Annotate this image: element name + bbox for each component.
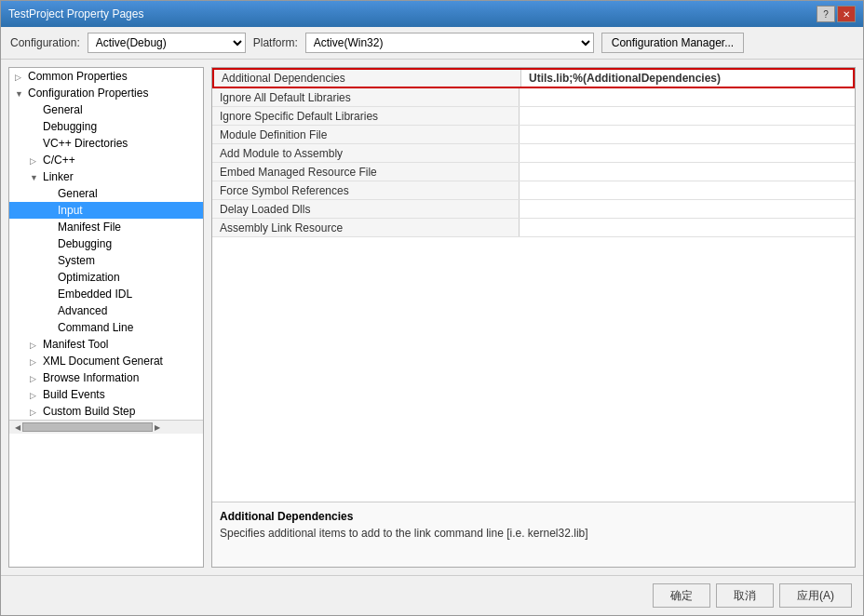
tree-item-linker-debugging[interactable]: Debugging [9,235,203,252]
prop-value [520,144,855,162]
platform-select[interactable]: Active(Win32) [305,33,594,53]
scroll-right-icon[interactable]: ▶ [153,423,162,432]
tree-expander-icon: ▼ [15,89,28,99]
tree-item-browse-info[interactable]: ▷Browse Information [9,369,203,386]
tree-item-linker-embedded-idl[interactable]: Embedded IDL [9,286,203,302]
main-content: ▷Common Properties▼Configuration Propert… [1,60,863,575]
tree-item-label: Optimization [58,271,120,284]
prop-row[interactable]: Additional DependenciesUtils.lib;%(Addit… [212,68,855,88]
tree-item-label: Input [58,204,83,217]
platform-label: Platform: [253,36,298,49]
tree-expander-icon: ▷ [30,156,43,166]
help-button[interactable]: ? [817,6,835,22]
tree-item-common-props[interactable]: ▷Common Properties [9,68,203,85]
prop-row[interactable]: Ignore Specific Default Libraries [212,107,855,126]
tree-item-linker-cmdline[interactable]: Command Line [9,319,203,336]
scrollbar-area: ◀ ▶ [9,420,203,434]
left-panel: ▷Common Properties▼Configuration Propert… [8,67,204,568]
prop-value [520,219,855,236]
right-panel: Additional DependenciesUtils.lib;%(Addit… [211,67,856,568]
description-title: Additional Dependencies [220,510,847,523]
description-text: Specifies additional items to add to the… [220,527,847,540]
tree-item-label: Command Line [58,321,133,334]
tree-item-debugging[interactable]: Debugging [9,118,203,135]
prop-row[interactable]: Ignore All Default Libraries [212,88,855,107]
tree-item-linker-system[interactable]: System [9,252,203,269]
prop-name: Add Module to Assembly [212,144,520,162]
prop-row[interactable]: Embed Managed Resource File [212,163,855,181]
title-bar: TestProject Property Pages ? ✕ [1,1,863,27]
tree-item-xml-doc[interactable]: ▷XML Document Generat [9,353,203,369]
tree-item-label: VC++ Directories [43,137,128,150]
prop-row[interactable]: Module Definition File [212,126,855,144]
close-button[interactable]: ✕ [837,6,856,22]
ok-button[interactable]: 确定 [653,583,710,608]
prop-value [520,126,855,143]
prop-name: Additional Dependencies [214,70,521,87]
tree-item-linker-manifest[interactable]: Manifest File [9,219,203,235]
tree-expander-icon: ▷ [30,374,43,383]
tree-item-build-events[interactable]: ▷Build Events [9,386,203,403]
tree-expander-icon: ▷ [30,357,43,367]
dialog: TestProject Property Pages ? ✕ Configura… [0,0,864,616]
tree-expander-icon: ▷ [30,391,43,400]
tree-item-label: Embedded IDL [58,288,132,301]
tree-item-custom-build[interactable]: ▷Custom Build Step [9,403,203,420]
prop-value: Utils.lib;%(AdditionalDependencies) [521,70,853,87]
tree-item-manifest-tool[interactable]: ▷Manifest Tool [9,336,203,353]
tree-item-label: C/C++ [43,154,75,167]
tree-item-cpp[interactable]: ▷C/C++ [9,152,203,168]
tree-item-config-props[interactable]: ▼Configuration Properties [9,85,203,101]
prop-value [520,200,855,218]
prop-value [520,88,855,106]
apply-button[interactable]: 应用(A) [779,583,852,608]
prop-value [520,107,855,125]
prop-name: Embed Managed Resource File [212,163,520,181]
description-panel: Additional Dependencies Specifies additi… [212,502,855,567]
scroll-thumb[interactable] [22,422,153,432]
tree-item-label: Browse Information [43,371,139,384]
tree-item-linker-general[interactable]: General [9,185,203,202]
tree-item-label: General [58,187,98,200]
tree-item-label: Debugging [58,237,112,250]
tree-expander-icon: ▷ [15,73,28,82]
prop-value [520,181,855,199]
tree-item-label: Custom Build Step [43,405,135,418]
tree-item-label: Build Events [43,388,105,401]
prop-name: Ignore Specific Default Libraries [212,107,520,125]
scroll-left-icon[interactable]: ◀ [13,423,22,432]
config-manager-button[interactable]: Configuration Manager... [601,33,744,53]
tree-item-label: Linker [43,170,74,183]
tree-item-label: Manifest File [58,221,121,234]
prop-name: Delay Loaded Dlls [212,200,520,218]
tree-item-label: Advanced [58,304,107,317]
title-bar-buttons: ? ✕ [817,6,856,22]
prop-row[interactable]: Force Symbol References [212,181,855,200]
prop-row[interactable]: Add Module to Assembly [212,144,855,163]
tree-item-linker-input[interactable]: Input [9,202,203,219]
prop-name: Ignore All Default Libraries [212,88,520,106]
tree-item-linker[interactable]: ▼Linker [9,168,203,185]
tree-item-label: General [43,103,83,116]
tree-item-linker-advanced[interactable]: Advanced [9,302,203,319]
tree-item-label: Manifest Tool [43,338,108,351]
prop-name: Module Definition File [212,126,520,143]
cancel-button[interactable]: 取消 [716,583,774,608]
config-select[interactable]: Active(Debug) [88,33,246,53]
property-grid: Additional DependenciesUtils.lib;%(Addit… [212,68,855,502]
tree-item-linker-optimization[interactable]: Optimization [9,269,203,286]
dialog-title: TestProject Property Pages [8,7,143,20]
tree-expander-icon: ▷ [30,341,43,350]
config-label: Configuration: [10,36,80,49]
tree-item-general[interactable]: General [9,101,203,118]
prop-name: Force Symbol References [212,181,520,199]
tree-expander-icon: ▼ [30,173,43,182]
prop-row[interactable]: Assembly Link Resource [212,219,855,237]
tree-container: ▷Common Properties▼Configuration Propert… [9,68,203,420]
tree-item-label: Debugging [43,120,97,133]
bottom-bar: 确定 取消 应用(A) [1,575,863,615]
prop-row[interactable]: Delay Loaded Dlls [212,200,855,219]
tree-item-label: Common Properties [28,70,128,83]
tree-item-vc-dirs[interactable]: VC++ Directories [9,135,203,152]
tree-item-label: System [58,254,95,267]
